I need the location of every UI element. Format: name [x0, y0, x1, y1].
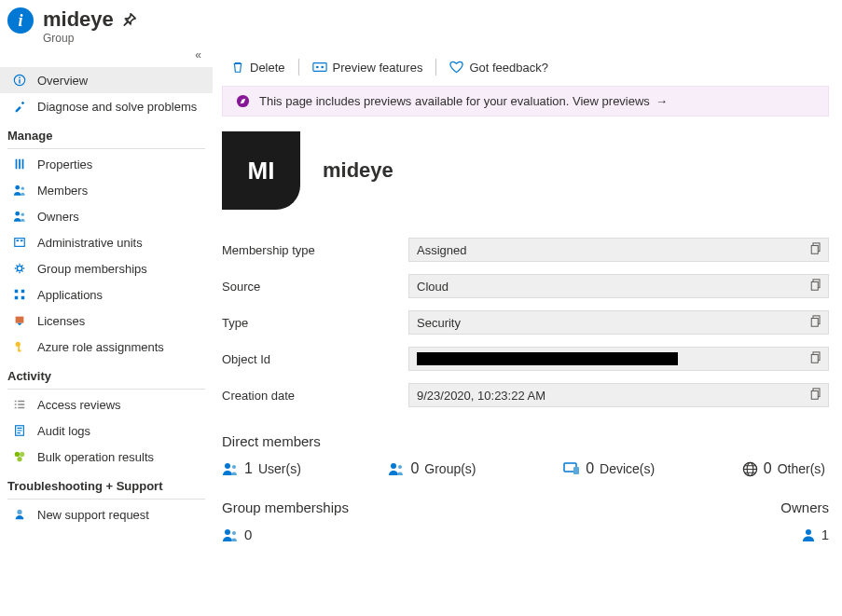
separator [298, 59, 299, 75]
sidebar-item-applications[interactable]: Applications [0, 281, 213, 308]
device-icon [563, 462, 580, 475]
page-header: i mideye Group [0, 0, 842, 48]
sidebar-item-owners[interactable]: Owners [0, 203, 213, 229]
sidebar-item-admin-units[interactable]: Administrative units [0, 229, 213, 255]
owner-icon [801, 527, 816, 542]
svg-rect-14 [15, 290, 19, 294]
globe-icon [742, 461, 758, 477]
stat-label: Group(s) [424, 461, 476, 476]
stat-label: Other(s) [778, 461, 825, 476]
svg-point-8 [15, 212, 20, 216]
preview-features-button[interactable]: Preview features [303, 52, 433, 82]
svg-rect-16 [21, 290, 25, 294]
sidebar-item-label: Bulk operation results [37, 450, 154, 464]
count-value: 0 [244, 527, 252, 542]
svg-rect-2 [19, 77, 20, 79]
svg-rect-21 [18, 350, 21, 352]
sidebar-item-label: Access reviews [37, 398, 121, 412]
collapse-sidebar-button[interactable]: « [0, 48, 213, 67]
pin-icon[interactable] [123, 13, 136, 26]
sidebar-item-diagnose[interactable]: Diagnose and solve problems [0, 93, 213, 119]
copy-icon[interactable] [810, 388, 822, 401]
svg-point-6 [15, 185, 20, 190]
divider [7, 499, 205, 500]
copy-icon[interactable] [810, 242, 822, 255]
support-icon [11, 506, 28, 523]
svg-point-26 [17, 510, 21, 514]
sidebar-item-overview[interactable]: Overview [0, 67, 213, 93]
arrow-right-icon: → [656, 94, 668, 108]
sidebar-item-label: Properties [37, 157, 92, 171]
svg-point-25 [17, 457, 21, 461]
svg-rect-10 [15, 239, 25, 247]
owners-heading: Owners [780, 500, 829, 515]
sidebar-section-activity: Activity [0, 360, 213, 387]
stat-groups[interactable]: 0 Group(s) [388, 460, 476, 477]
svg-rect-4 [19, 159, 21, 170]
property-value-membership-type: Assigned [408, 238, 829, 262]
svg-rect-32 [811, 246, 818, 254]
svg-point-49 [225, 529, 230, 535]
property-value-creation-date: 9/23/2020, 10:23:22 AM [408, 383, 829, 407]
sidebar-item-bulk-results[interactable]: Bulk operation results [0, 444, 213, 470]
svg-rect-17 [21, 296, 25, 300]
property-value-source: Cloud [408, 274, 829, 298]
svg-point-44 [398, 465, 402, 469]
preview-icon [312, 61, 327, 74]
owners-count[interactable]: 1 [780, 527, 829, 542]
key-icon [11, 338, 28, 355]
stat-count: 0 [764, 460, 772, 477]
group-memberships-heading: Group memberships [222, 500, 349, 515]
svg-point-41 [225, 463, 230, 469]
stat-users[interactable]: 1 User(s) [222, 460, 301, 477]
svg-point-43 [391, 463, 396, 469]
copy-icon[interactable] [810, 279, 822, 292]
stat-devices[interactable]: 0 Device(s) [563, 460, 655, 477]
group-memberships-count[interactable]: 0 [222, 527, 349, 542]
delete-button[interactable]: Delete [222, 52, 295, 82]
svg-rect-5 [22, 159, 24, 170]
owners-block: Owners 1 [780, 500, 829, 542]
svg-point-50 [232, 531, 236, 535]
stat-others[interactable]: 0 Other(s) [742, 460, 825, 477]
gear-icon [11, 260, 28, 277]
property-label: Object Id [222, 352, 408, 366]
preview-banner[interactable]: This page includes previews available fo… [222, 86, 829, 116]
sidebar-item-audit-logs[interactable]: Audit logs [0, 418, 213, 444]
wrench-icon [11, 98, 28, 115]
group-icon [222, 527, 239, 542]
sidebar-section-manage: Manage [0, 119, 213, 146]
sidebar-item-azure-roles[interactable]: Azure role assignments [0, 334, 213, 360]
property-label: Creation date [222, 389, 408, 403]
sidebar-item-label: New support request [37, 508, 149, 522]
sidebar-item-group-memberships[interactable]: Group memberships [0, 255, 213, 281]
copy-icon[interactable] [810, 315, 822, 328]
sidebar-item-support-request[interactable]: New support request [0, 501, 213, 527]
svg-point-13 [17, 266, 21, 270]
toolbar-label: Delete [250, 61, 285, 75]
property-label: Type [222, 316, 408, 330]
copy-icon[interactable] [810, 351, 822, 364]
separator [435, 59, 436, 75]
page-title: mideye [43, 7, 114, 32]
toolbar: Delete Preview features Got feedback? [222, 48, 829, 86]
trash-icon [231, 61, 244, 74]
stat-count: 0 [586, 460, 594, 477]
banner-text: This page includes previews available fo… [259, 94, 650, 108]
property-label: Source [222, 280, 408, 294]
sidebar-item-label: Applications [37, 288, 103, 302]
toolbar-label: Got feedback? [469, 61, 548, 75]
sidebar-item-properties[interactable]: Properties [0, 151, 213, 177]
compass-icon [236, 94, 250, 108]
sidebar-item-label: Owners [37, 210, 79, 224]
feedback-button[interactable]: Got feedback? [440, 52, 558, 82]
redacted-value [417, 352, 678, 365]
stat-count: 0 [410, 460, 419, 477]
main-content: Delete Preview features Got feedback? [213, 48, 842, 616]
group-memberships-block: Group memberships 0 [222, 500, 349, 542]
sidebar-item-licenses[interactable]: Licenses [0, 308, 213, 334]
svg-point-51 [806, 529, 811, 535]
svg-rect-38 [811, 355, 818, 363]
sidebar-item-members[interactable]: Members [0, 177, 213, 203]
sidebar-item-access-reviews[interactable]: Access reviews [0, 391, 213, 418]
